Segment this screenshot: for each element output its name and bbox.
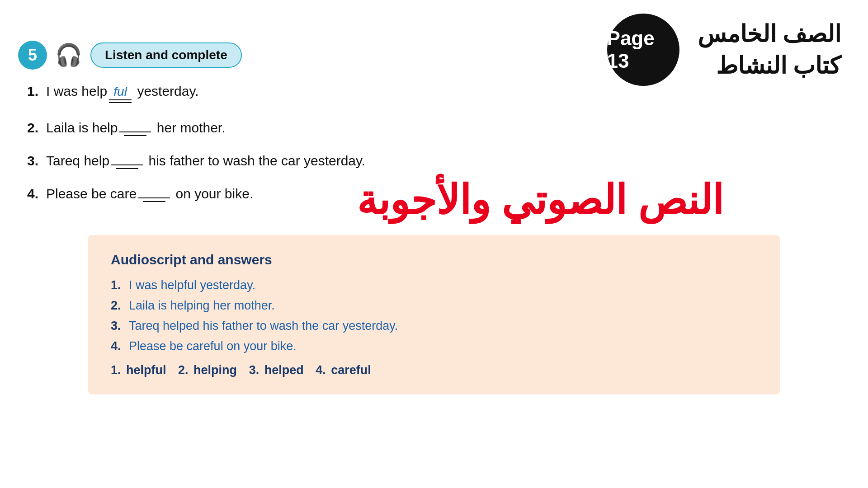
audioscript-text-1: I was helpful yesterday. <box>129 278 255 292</box>
audioscript-text-4: Please be careful on your bike. <box>129 339 297 353</box>
arabic-title-sub: كتاب النشاط <box>716 52 841 79</box>
sentence-3-text: Tareq help his father to wash the car ye… <box>46 153 365 169</box>
audioscript-item-4: 4. Please be careful on your bike. <box>111 339 757 353</box>
page-number: Page 13 <box>607 27 679 72</box>
audioscript-num-2: 2. <box>111 299 125 313</box>
audioscript-num-3: 3. <box>111 319 125 333</box>
blank-2 <box>119 131 151 136</box>
exercise-header: 5 🎧 Listen and complete <box>18 41 242 70</box>
sentence-1: 1. I was helpful yesterday. <box>27 84 365 103</box>
sentence-1-num: 1. <box>27 84 46 99</box>
arabic-title-main: الصف الخامس <box>698 20 841 47</box>
sentence-2: 2. Laila is help her mother. <box>27 120 365 136</box>
sentence-2-text: Laila is help her mother. <box>46 120 226 136</box>
audioscript-title: Audioscript and answers <box>111 252 757 267</box>
audioscript-num-4: 4. <box>111 339 125 353</box>
sentence-4-num: 4. <box>27 186 46 202</box>
audioscript-box: Audioscript and answers 1. I was helpful… <box>88 235 780 394</box>
sentence-2-num: 2. <box>27 120 46 136</box>
top-right-header: Page 13 الصف الخامس كتاب النشاط <box>607 14 841 86</box>
sentence-1-text: I was helpful yesterday. <box>46 84 199 103</box>
headphone-icon: 🎧 <box>55 42 82 68</box>
arabic-titles: الصف الخامس كتاب النشاط <box>698 20 841 79</box>
sentence-3-num: 3. <box>27 153 46 169</box>
blank-1: ful <box>109 84 132 103</box>
page-circle: Page 13 <box>607 14 679 86</box>
audioscript-text-3: Tareq helped his father to wash the car … <box>129 319 398 333</box>
audioscript-item-3: 3. Tareq helped his father to wash the c… <box>111 319 757 333</box>
sentence-3: 3. Tareq help his father to wash the car… <box>27 153 365 169</box>
sentence-4-text: Please be care on your bike. <box>46 186 253 202</box>
blank-4 <box>138 197 170 202</box>
answers-summary: 1. helpful 2. helping 3. helped 4. caref… <box>111 363 757 377</box>
arabic-big-heading: النص الصوتي والأجوبة <box>240 176 841 224</box>
audioscript-num-1: 1. <box>111 278 125 292</box>
audioscript-text-2: Laila is helping her mother. <box>129 299 275 313</box>
audioscript-item-1: 1. I was helpful yesterday. <box>111 278 757 292</box>
blank-3 <box>111 164 143 169</box>
audioscript-item-2: 2. Laila is helping her mother. <box>111 299 757 313</box>
listen-and-complete-button[interactable]: Listen and complete <box>90 42 242 68</box>
exercise-number-badge: 5 <box>18 41 47 70</box>
